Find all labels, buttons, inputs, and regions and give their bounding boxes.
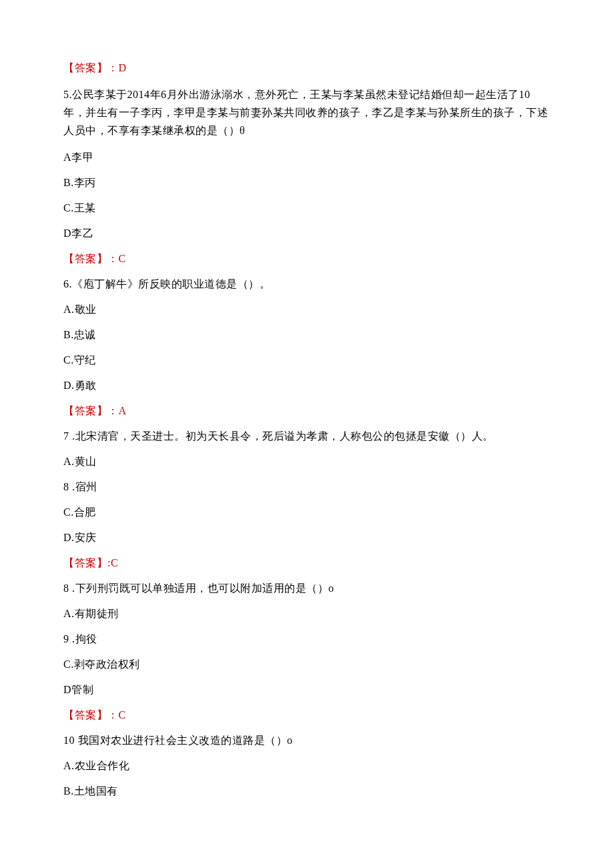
answer-q4: 【答案】：D: [63, 60, 551, 76]
q6-option-d: D.勇敢: [63, 378, 551, 394]
q10-option-a: A.农业合作化: [63, 758, 551, 774]
q6-option-c: C.守纪: [63, 352, 551, 368]
answer-q7: 【答案】:C: [63, 555, 551, 571]
q8-option-d: D管制: [63, 682, 551, 698]
q6-option-b: B.忠诚: [63, 327, 551, 343]
q5-option-d: D李乙: [63, 226, 551, 242]
question-8-text: 8 .下列刑罚既可以单独适用，也可以附加适用的是（）o: [63, 580, 551, 596]
q7-option-a: A.黄山: [63, 454, 551, 470]
q8-option-b: 9 .拘役: [63, 631, 551, 647]
q5-option-b: B.李丙: [63, 175, 551, 191]
q5-option-c: C.王某: [63, 200, 551, 216]
q8-option-a: A.有期徒刑: [63, 606, 551, 622]
question-6-text: 6.《庖丁解牛》所反映的职业道德是（）。: [63, 276, 551, 292]
q6-option-a: A.敬业: [63, 302, 551, 318]
q7-option-c: C.合肥: [63, 504, 551, 520]
q8-option-c: C.剥夺政治权利: [63, 657, 551, 673]
answer-q8: 【答案】：C: [63, 707, 551, 723]
question-7-text: 7 .北宋清官，天圣进士。初为天长县令，死后谥为孝肃，人称包公的包拯是安徽（）人…: [63, 428, 551, 444]
q7-option-d: D.安庆: [63, 530, 551, 546]
answer-q6: 【答案】：A: [63, 403, 551, 419]
q5-option-a: A李甲: [63, 149, 551, 165]
q10-option-b: B.土地国有: [63, 783, 551, 799]
question-5-text: 5.公民李某于2014年6月外出游泳溺水，意外死亡，王某与李某虽然未登记结婚但却…: [63, 85, 551, 140]
q7-option-b: 8 .宿州: [63, 479, 551, 495]
answer-q5: 【答案】：C: [63, 251, 551, 267]
question-10-text: 10 我国对农业进行社会主义改造的道路是（）o: [63, 733, 551, 749]
